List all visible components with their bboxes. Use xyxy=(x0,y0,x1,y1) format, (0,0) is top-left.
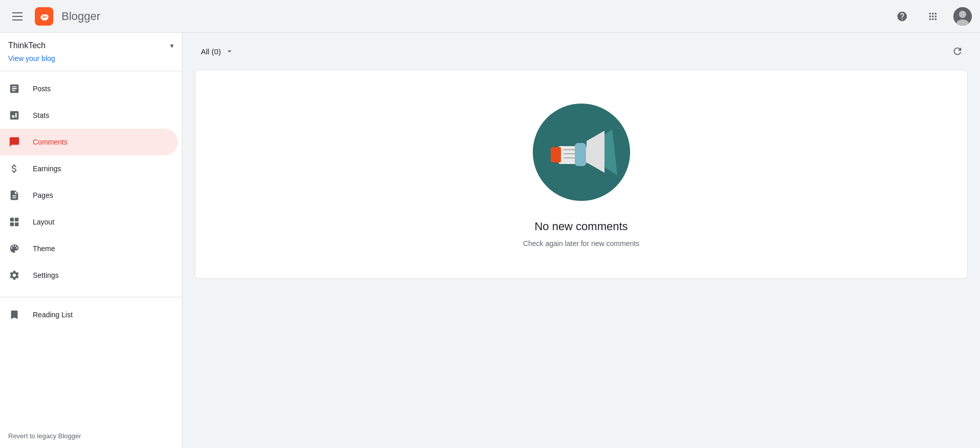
sidebar-label-layout: Layout xyxy=(33,218,54,226)
menu-button[interactable] xyxy=(8,8,27,25)
help-icon xyxy=(896,11,908,22)
sidebar-item-earnings[interactable]: Earnings xyxy=(0,155,178,182)
sidebar-label-settings: Settings xyxy=(33,271,59,279)
settings-icon xyxy=(8,269,20,281)
filter-label: All (0) xyxy=(201,47,221,56)
sidebar-item-settings[interactable]: Settings xyxy=(0,262,178,289)
sidebar-item-theme[interactable]: Theme xyxy=(0,235,178,262)
app-title: Blogger xyxy=(61,10,100,23)
sidebar-label-theme: Theme xyxy=(33,245,55,253)
refresh-icon xyxy=(952,46,963,57)
topbar: Blogger xyxy=(0,0,980,33)
earnings-icon xyxy=(8,162,20,175)
empty-state-title: No new comments xyxy=(534,220,628,233)
svg-point-1 xyxy=(959,11,966,18)
no-comments-illustration xyxy=(530,101,633,203)
sidebar-item-stats[interactable]: Stats xyxy=(0,102,178,129)
blogger-logo xyxy=(35,7,53,26)
sidebar: ThinkTech ▾ View your blog Posts xyxy=(0,33,182,448)
theme-icon xyxy=(8,242,20,255)
sidebar-label-posts: Posts xyxy=(33,85,51,93)
sidebar-item-pages[interactable]: Pages xyxy=(0,182,178,209)
blog-dropdown-arrow: ▾ xyxy=(170,42,174,50)
apps-grid-icon xyxy=(927,11,939,22)
filter-dropdown[interactable]: All (0) xyxy=(195,43,240,60)
empty-state-wrapper: No new comments Check again later for ne… xyxy=(182,70,980,448)
content-area: All (0) xyxy=(182,33,980,448)
svg-rect-9 xyxy=(575,143,586,166)
layout-icon xyxy=(8,216,20,228)
main-layout: ThinkTech ▾ View your blog Posts xyxy=(0,33,980,448)
posts-icon xyxy=(8,83,20,95)
sidebar-label-stats: Stats xyxy=(33,111,49,119)
help-button[interactable] xyxy=(892,6,912,27)
revert-legacy-link[interactable]: Revert to legacy Blogger xyxy=(0,424,182,448)
sidebar-item-posts[interactable]: Posts xyxy=(0,75,178,102)
comments-icon xyxy=(8,136,20,148)
sidebar-divider-bottom xyxy=(0,297,182,297)
filter-dropdown-arrow xyxy=(225,47,234,56)
blog-selector[interactable]: ThinkTech ▾ xyxy=(0,33,182,52)
content-header: All (0) xyxy=(182,33,980,70)
refresh-button[interactable] xyxy=(947,41,968,62)
sidebar-item-reading-list[interactable]: Reading List xyxy=(0,301,178,328)
sidebar-item-layout[interactable]: Layout xyxy=(0,209,178,235)
blog-name: ThinkTech xyxy=(8,41,170,50)
svg-rect-5 xyxy=(551,147,561,162)
reading-list-icon xyxy=(8,309,20,321)
topbar-right xyxy=(892,6,972,27)
pages-icon xyxy=(8,189,20,201)
empty-state-subtitle: Check again later for new comments xyxy=(523,239,639,248)
view-blog-link[interactable]: View your blog xyxy=(0,52,182,71)
topbar-left: Blogger xyxy=(8,7,100,26)
sidebar-label-reading-list: Reading List xyxy=(33,311,73,319)
sidebar-label-earnings: Earnings xyxy=(33,165,61,173)
user-avatar[interactable] xyxy=(953,7,972,26)
empty-state-card: No new comments Check again later for ne… xyxy=(195,70,968,279)
sidebar-label-comments: Comments xyxy=(33,138,68,146)
stats-icon xyxy=(8,109,20,121)
avatar-image xyxy=(953,7,972,26)
sidebar-label-pages: Pages xyxy=(33,191,53,199)
blogger-logo-icon xyxy=(38,11,50,22)
apps-button[interactable] xyxy=(923,6,943,27)
sidebar-item-comments[interactable]: Comments xyxy=(0,129,178,155)
sidebar-nav: Posts Stats Comments xyxy=(0,71,182,293)
